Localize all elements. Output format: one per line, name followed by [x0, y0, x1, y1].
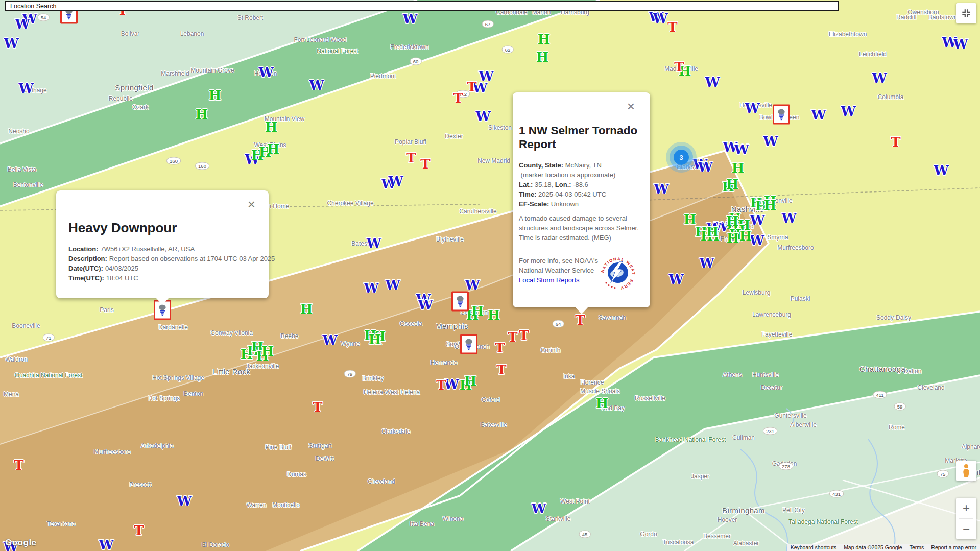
- report-marker-h[interactable]: H: [732, 161, 745, 175]
- report-marker-h[interactable]: H: [196, 108, 208, 121]
- report-marker-w[interactable]: W: [4, 37, 18, 50]
- report-marker-t[interactable]: T: [891, 135, 900, 149]
- report-marker-h[interactable]: H: [300, 302, 313, 316]
- report-marker-w[interactable]: W: [475, 110, 490, 123]
- report-marker-h[interactable]: H: [261, 345, 274, 358]
- report-marker-w[interactable]: W: [15, 17, 30, 31]
- report-marker-w[interactable]: W: [811, 108, 826, 122]
- zoom-out-button[interactable]: −: [956, 519, 976, 539]
- report-map-error-link[interactable]: Report a map error: [927, 544, 980, 550]
- fullscreen-button[interactable]: [956, 3, 976, 23]
- close-icon[interactable]: ×: [627, 100, 635, 113]
- selmer-tornado-popup: × 1 NW Selmer Tornado Report County, Sta…: [513, 92, 650, 307]
- report-marker-w[interactable]: W: [872, 71, 887, 85]
- report-marker-t[interactable]: T: [420, 157, 430, 171]
- report-marker-t[interactable]: T: [134, 524, 144, 537]
- report-marker-t[interactable]: T: [667, 20, 677, 34]
- report-marker-w[interactable]: W: [465, 278, 480, 292]
- report-marker-h[interactable]: H: [706, 225, 719, 238]
- report-marker-w[interactable]: W: [699, 256, 714, 270]
- report-marker-w[interactable]: W: [402, 12, 417, 26]
- popup-field: Time(UTC):18:04 UTC: [68, 273, 261, 283]
- report-marker-h[interactable]: H: [267, 142, 280, 156]
- report-marker-t[interactable]: T: [453, 91, 463, 105]
- report-marker-h[interactable]: H: [764, 199, 777, 212]
- keyboard-shortcuts-link[interactable]: Keyboard shortcuts: [787, 544, 840, 550]
- report-marker-t[interactable]: T: [575, 314, 585, 327]
- report-marker-t[interactable]: T: [674, 60, 684, 74]
- report-marker-w[interactable]: W: [366, 236, 381, 250]
- report-marker-w[interactable]: W: [750, 213, 764, 227]
- report-marker-w[interactable]: W: [418, 298, 433, 312]
- report-marker-w[interactable]: W: [479, 69, 493, 83]
- report-marker-w[interactable]: W: [841, 105, 855, 118]
- divider: [520, 250, 643, 250]
- report-marker-h[interactable]: H: [471, 304, 484, 318]
- terms-link[interactable]: Terms: [906, 544, 928, 550]
- report-marker-w[interactable]: W: [364, 281, 378, 295]
- report-marker-h[interactable]: H: [596, 397, 609, 410]
- report-marker-w[interactable]: W: [953, 37, 968, 51]
- pegman-button[interactable]: [956, 461, 976, 481]
- report-marker-w[interactable]: W: [258, 66, 273, 79]
- report-marker-w[interactable]: W: [322, 333, 337, 347]
- report-marker-t[interactable]: T: [467, 80, 476, 93]
- report-marker-h[interactable]: H: [538, 33, 551, 46]
- local-storm-reports-link[interactable]: Local Storm Reports: [519, 276, 580, 284]
- report-marker-w[interactable]: W: [444, 378, 459, 391]
- tornado-report-marker[interactable]: [460, 334, 477, 354]
- nws-logo-icon: NATIONAL WEATHER SERVICE: [599, 254, 637, 292]
- report-marker-t[interactable]: T: [496, 363, 506, 376]
- report-marker-h[interactable]: H: [726, 214, 739, 228]
- report-cluster-marker[interactable]: 3: [674, 150, 689, 165]
- report-marker-h[interactable]: H: [464, 374, 477, 388]
- report-marker-w[interactable]: W: [177, 494, 192, 508]
- report-marker-w[interactable]: W: [99, 538, 113, 551]
- report-marker-w[interactable]: W: [734, 143, 749, 156]
- report-marker-w[interactable]: W: [668, 273, 683, 286]
- zoom-control: + −: [956, 498, 976, 539]
- info-line: National Weather Service: [519, 267, 594, 274]
- report-marker-w[interactable]: W: [531, 502, 546, 515]
- report-marker-w[interactable]: W: [763, 135, 778, 148]
- report-marker-h[interactable]: H: [739, 229, 752, 243]
- report-marker-w[interactable]: W: [934, 164, 948, 177]
- report-marker-w[interactable]: W: [745, 102, 759, 115]
- zoom-in-button[interactable]: +: [956, 498, 976, 518]
- report-marker-t[interactable]: T: [436, 378, 446, 392]
- tornado-report-marker[interactable]: [773, 105, 790, 125]
- report-marker-w[interactable]: W: [654, 182, 668, 196]
- popup-field: Location:7W56+X2 Russellville, AR, USA: [68, 244, 261, 254]
- report-marker-h[interactable]: H: [369, 333, 381, 346]
- report-marker-w[interactable]: W: [781, 211, 796, 225]
- popup-field: Date(UTC):04/03/2025: [68, 263, 261, 273]
- report-marker-h[interactable]: H: [727, 231, 739, 245]
- report-marker-w[interactable]: W: [705, 76, 720, 89]
- map-canvas[interactable]: SpringfieldBolivarLebanonMarshfieldRepub…: [0, 0, 980, 551]
- google-logo[interactable]: Google: [5, 538, 37, 548]
- report-marker-h[interactable]: H: [536, 51, 549, 64]
- report-marker-h[interactable]: H: [684, 213, 697, 226]
- report-marker-h[interactable]: H: [726, 178, 739, 191]
- report-marker-t[interactable]: T: [508, 330, 517, 344]
- report-marker-w[interactable]: W: [309, 79, 324, 92]
- report-marker-t[interactable]: T: [519, 329, 529, 342]
- report-marker-w[interactable]: W: [698, 160, 712, 174]
- report-marker-t[interactable]: T: [313, 400, 322, 414]
- report-marker-h[interactable]: H: [209, 89, 222, 102]
- report-marker-w[interactable]: W: [653, 12, 667, 25]
- tornado-report-marker[interactable]: [451, 292, 469, 312]
- report-marker-t[interactable]: T: [495, 341, 505, 354]
- popup-fields: Location:7W56+X2 Russellville, AR, USADe…: [68, 244, 261, 283]
- popup-field: Lat.: 35.18, Lon.: -88.6: [519, 180, 644, 189]
- report-marker-w[interactable]: W: [18, 82, 33, 95]
- popup-tail: [575, 307, 588, 314]
- report-marker-t[interactable]: T: [14, 459, 23, 472]
- report-marker-h[interactable]: H: [488, 308, 500, 322]
- report-marker-w[interactable]: W: [385, 278, 400, 292]
- search-input[interactable]: [5, 1, 839, 11]
- report-marker-w[interactable]: W: [388, 175, 403, 188]
- report-marker-t[interactable]: T: [406, 151, 416, 164]
- close-icon[interactable]: ×: [248, 198, 255, 211]
- report-marker-h[interactable]: H: [265, 121, 278, 134]
